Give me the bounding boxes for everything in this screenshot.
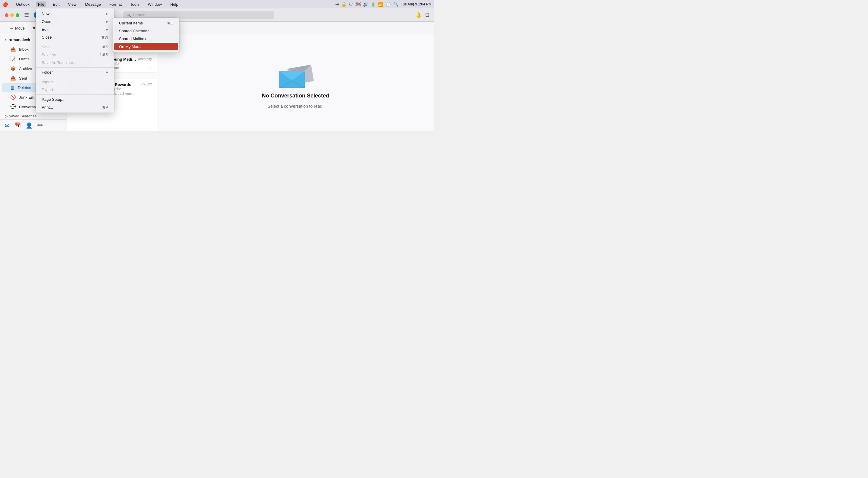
- nav-bottom: ✉ 📅 👤 •••: [0, 120, 66, 131]
- menu-format[interactable]: Format: [107, 1, 124, 7]
- save-as-shortcut: ⇧⌘S: [99, 53, 108, 57]
- file-menu-dropdown: New ▶ Open ▶ Current Items ⌘O Shared Cal…: [36, 8, 114, 112]
- print-shortcut: ⌘P: [102, 105, 108, 109]
- deleted-label: Deleted: [18, 86, 31, 90]
- contacts-nav-icon[interactable]: 👤: [26, 122, 32, 129]
- search-icon: 🔍: [126, 13, 131, 17]
- submenu-current-items[interactable]: Current Items ⌘O: [114, 19, 178, 27]
- menu-item-open[interactable]: Open ▶ Current Items ⌘O Shared Calendar.…: [37, 18, 113, 25]
- menu-item-print[interactable]: Print... ⌘P: [37, 103, 113, 111]
- email-more-1[interactable]: ···: [149, 66, 152, 69]
- menu-item-close[interactable]: Close ⌘W: [37, 34, 113, 41]
- menu-tools[interactable]: Tools: [128, 1, 141, 7]
- menubar-icon-search[interactable]: 🔍: [393, 2, 398, 7]
- menu-item-import: Import...: [37, 78, 113, 86]
- move-label: Move: [15, 26, 25, 31]
- junk-icon: 🚫: [10, 95, 16, 100]
- current-items-shortcut: ⌘O: [167, 21, 173, 25]
- submenu-shared-calendar[interactable]: Shared Calendar...: [114, 27, 178, 35]
- menu-bar: 🍎 Outlook File Edit View Message Format …: [0, 0, 434, 8]
- window-right-icons: 🔔 ⊡: [415, 12, 429, 18]
- menu-message[interactable]: Message: [83, 1, 103, 7]
- menubar-icon-volume: 🔊: [363, 2, 368, 7]
- menu-outlook[interactable]: Outlook: [14, 1, 31, 7]
- menu-item-export: Export...: [37, 86, 113, 94]
- open-submenu: Current Items ⌘O Shared Calendar... Shar…: [113, 18, 179, 52]
- save-shortcut: ⌘S: [102, 45, 108, 49]
- saved-searches-header[interactable]: ▷ Saved Searches: [0, 112, 66, 120]
- search-placeholder: Search: [133, 13, 145, 17]
- folder-submenu-arrow: ▶: [106, 70, 108, 74]
- inbox-icon: 📥: [10, 46, 16, 52]
- saved-searches-label: Saved Searches: [9, 114, 36, 118]
- calendar-nav-icon[interactable]: 📅: [14, 122, 21, 129]
- saved-searches-arrow: ▷: [5, 114, 7, 118]
- envelope-graphic: [278, 58, 314, 88]
- junk-label: Junk Em...: [19, 95, 37, 100]
- notifications-icon[interactable]: 🔔: [415, 12, 422, 18]
- submenu-shared-mailbox[interactable]: Shared Mailbox...: [114, 35, 178, 42]
- inbox-label: Inbox: [19, 47, 29, 52]
- menu-item-page-setup[interactable]: Page Setup...: [37, 96, 113, 103]
- mail-nav-icon[interactable]: ✉: [5, 122, 9, 129]
- menu-item-save-as: Save As... ⇧⌘S: [37, 51, 113, 59]
- open-submenu-arrow: ▶: [106, 20, 108, 24]
- move-button[interactable]: → Move: [6, 24, 28, 32]
- minimize-button[interactable]: [10, 13, 14, 17]
- maximize-button[interactable]: [16, 13, 19, 17]
- menu-item-save-as-template: Save As Template...: [37, 59, 113, 66]
- no-selection-sub: Select a conversation to read.: [268, 104, 323, 109]
- reading-pane: No Conversation Selected Select a conver…: [157, 35, 434, 131]
- menu-item-folder[interactable]: Folder ▶: [37, 68, 113, 76]
- conversation-icon: 💬: [10, 104, 16, 109]
- menu-help[interactable]: Help: [168, 1, 180, 7]
- menubar-icon-arrow: ⇥: [335, 2, 339, 7]
- menu-bar-right: ⇥ 🔒 🛡 🇺🇸 🔊 🔋 📶 🕐 🔍 Tue Aug 9 1:04 PM: [335, 2, 432, 7]
- no-selection-title: No Conversation Selected: [262, 93, 329, 99]
- menu-item-new[interactable]: New ▶: [37, 10, 113, 18]
- menubar-icon-flag: 🇺🇸: [355, 2, 361, 7]
- archive-label: Archive: [19, 66, 32, 71]
- email-date-2: 7/26/22: [141, 82, 152, 86]
- email-date-1: Yesterday: [137, 57, 152, 61]
- menu-divider-1: [36, 42, 114, 42]
- menu-window[interactable]: Window: [146, 1, 163, 7]
- sidebar-toggle[interactable]: ☰: [24, 12, 29, 19]
- deleted-icon: 🗑: [10, 85, 15, 90]
- menubar-icon-wifi: 📶: [378, 2, 383, 7]
- close-button[interactable]: [5, 13, 8, 17]
- archive-icon: 📦: [10, 66, 16, 71]
- menu-view[interactable]: View: [66, 1, 78, 7]
- menubar-icon-time: 🕐: [386, 2, 391, 7]
- sent-label: Sent: [19, 76, 27, 80]
- menu-edit[interactable]: Edit: [51, 1, 61, 7]
- menu-divider-2: [36, 67, 114, 68]
- move-icon: →: [9, 26, 13, 31]
- more-nav-icon[interactable]: •••: [37, 122, 43, 129]
- edit-submenu-arrow: ▶: [106, 28, 108, 31]
- traffic-lights[interactable]: [5, 13, 19, 17]
- menu-bar-clock: Tue Aug 9 1:04 PM: [401, 2, 432, 6]
- new-submenu-arrow: ▶: [106, 12, 108, 16]
- submenu-on-my-mac[interactable]: On My Mac...: [114, 43, 178, 50]
- drafts-label: Drafts: [19, 57, 30, 61]
- menu-file[interactable]: File: [36, 1, 46, 7]
- apple-menu[interactable]: 🍎: [2, 1, 8, 7]
- close-shortcut: ⌘W: [101, 35, 108, 39]
- menubar-icon-vpn: 🛡: [349, 2, 353, 7]
- menubar-icon-battery: 🔋: [371, 2, 376, 7]
- menu-item-save: Save ⌘S: [37, 43, 113, 51]
- account-name: romanalevk: [8, 37, 30, 42]
- flag-icon: ⚑: [32, 26, 36, 31]
- menu-item-edit[interactable]: Edit ▶: [37, 26, 113, 33]
- drafts-icon: 📝: [10, 56, 16, 62]
- sent-icon: 📤: [10, 75, 16, 81]
- menubar-icon-lock: 🔒: [341, 2, 346, 7]
- layout-icon[interactable]: ⊡: [425, 12, 429, 18]
- no-selection: No Conversation Selected Select a conver…: [262, 58, 329, 109]
